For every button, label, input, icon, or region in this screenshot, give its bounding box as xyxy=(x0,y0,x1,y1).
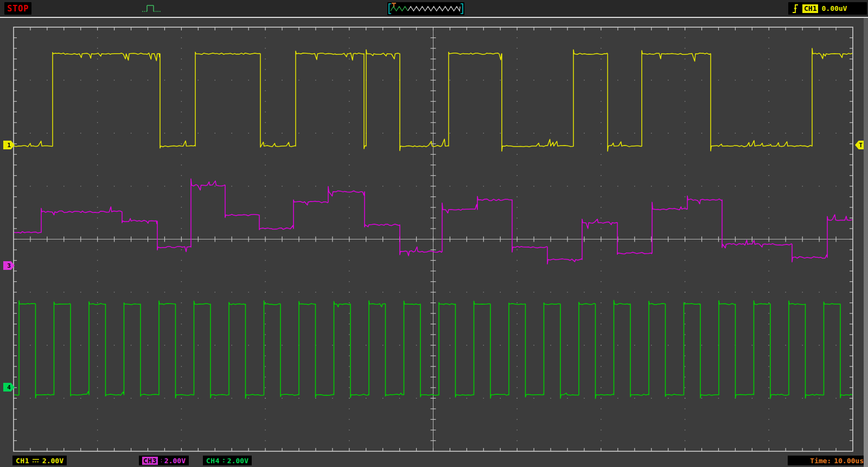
trigger-source-badge: CH1 xyxy=(802,4,818,13)
timebase-readout[interactable]: Time: 10.00us xyxy=(788,456,867,465)
dc-coupling-icon xyxy=(161,458,162,464)
preview-wave-green xyxy=(391,7,408,11)
top-status-bar: STOP CH1 0.00uV xyxy=(0,0,868,17)
run-state-label: STOP xyxy=(7,4,29,14)
scope-display: 1 3 4 T xyxy=(0,18,868,455)
ch1-label: CH1 xyxy=(16,457,29,465)
waveform-plot xyxy=(0,18,868,455)
ch3-readout[interactable]: CH3 2.00V xyxy=(139,456,189,465)
ch1-scale: 2.00V xyxy=(42,457,63,465)
ch3-scale: 2.00V xyxy=(164,457,186,465)
dc-coupling-icon xyxy=(32,458,40,464)
preview-right-bracket xyxy=(461,4,463,14)
timebase-label: Time: xyxy=(810,457,831,465)
screen-bevel xyxy=(864,18,868,467)
ch4-scale: 2.00V xyxy=(227,457,248,465)
waveform-preview-box[interactable] xyxy=(387,2,464,15)
run-state-indicator[interactable]: STOP xyxy=(4,2,31,15)
trigger-level-value: 0.00uV xyxy=(821,4,847,12)
timebase-value: 10.00us xyxy=(834,457,864,465)
preview-wave-gray xyxy=(408,7,460,11)
ch4-readout[interactable]: CH4 2.00V xyxy=(203,456,252,465)
preview-left-bracket xyxy=(389,4,391,14)
dc-coupling-icon xyxy=(222,458,225,464)
trigger-pulse-icon xyxy=(141,3,162,14)
oscilloscope-screen: STOP CH1 0.00uV xyxy=(0,0,868,467)
trigger-readout[interactable]: CH1 0.00uV xyxy=(788,2,867,15)
trigger-edge-icon xyxy=(792,3,799,14)
ch3-label: CH3 xyxy=(142,457,158,465)
ch1-readout[interactable]: CH1 2.00V xyxy=(12,456,67,465)
ch4-label: CH4 xyxy=(206,457,220,465)
